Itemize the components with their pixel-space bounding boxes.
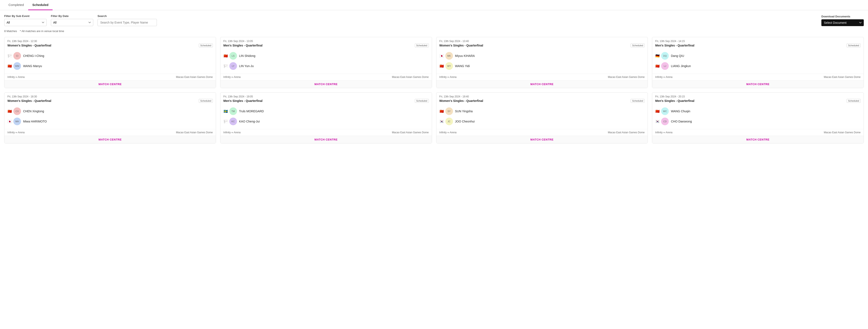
flag-icon: 🇨🇳 (7, 110, 12, 113)
player-row: 🇨🇳WCWANG Chuqin (655, 106, 861, 116)
venue-left: Infinity ∞ Arena (223, 131, 241, 134)
player-name: CHEN Xingtong (23, 110, 44, 113)
match-centre-button[interactable]: MATCH CENTRE (220, 80, 432, 88)
venue-right: Macao East Asian Games Dome (176, 76, 213, 79)
flag-icon: 🇸🇪 (223, 110, 228, 113)
card-title: Women's Singles - Quarterfinal (439, 99, 483, 103)
flag-icon: 🇨🇳 (7, 64, 12, 68)
venue-right: Macao East Asian Games Dome (824, 131, 861, 134)
card-venue: Infinity ∞ ArenaMacao East Asian Games D… (436, 74, 648, 80)
card-players: 🏳️CICHENG I-Ching🇨🇳WMWANG Manyu (4, 49, 216, 73)
player-row: 🇸🇪TMTruls MOREGARD (223, 106, 429, 116)
date-select[interactable]: All (51, 19, 93, 26)
status-badge: Scheduled (846, 99, 861, 103)
flag-icon: 🇰🇷 (439, 120, 444, 123)
avatar: DQ (661, 52, 669, 60)
card-title: Men's Singles - Quarterfinal (655, 44, 694, 47)
player-name: WANG Yidi (455, 64, 470, 68)
match-centre-button[interactable]: MATCH CENTRE (652, 80, 864, 88)
avatar: CX (13, 107, 21, 115)
player-row: 🏳️CICHENG I-Ching (7, 51, 213, 61)
sub-event-filter-group: Filter By Sub Event All (4, 15, 46, 26)
card-title-row: Women's Singles - QuarterfinalScheduled (439, 44, 645, 47)
status-badge: Scheduled (630, 99, 645, 103)
card-title-row: Women's Singles - QuarterfinalScheduled (7, 99, 213, 103)
card-players: 🇸🇪TMTruls MOREGARD🏳️KCKAO Cheng-Jui (220, 104, 432, 128)
flag-avatar: 🇰🇷CD (655, 117, 669, 125)
player-row: 🏳️LYLIN Yun-Ju (223, 61, 429, 71)
tab-completed[interactable]: Completed (4, 0, 28, 10)
card-header: Fri, 13th Sep 2024 - 19:40Women's Single… (436, 92, 648, 104)
sub-event-select[interactable]: All (4, 19, 46, 26)
card-players: 🇨🇳WCWANG Chuqin🇰🇷CDCHO Daeseong (652, 104, 864, 128)
filters-row: Filter By Sub Event All Filter By Date A… (0, 10, 868, 28)
flag-avatar: 🇸🇪TM (223, 107, 237, 115)
card-venue: Infinity ∞ ArenaMacao East Asian Games D… (652, 74, 864, 80)
match-centre-button[interactable]: MATCH CENTRE (4, 80, 216, 88)
card-header: Fri, 13th Sep 2024 - 20:15Men's Singles … (652, 92, 864, 104)
search-label: Search (97, 15, 157, 18)
card-datetime: Fri, 13th Sep 2024 - 20:15 (655, 95, 861, 98)
venue-right: Macao East Asian Games Dome (608, 131, 645, 134)
search-input[interactable] (97, 19, 157, 26)
download-select[interactable]: Select Document (822, 19, 864, 26)
avatar: CI (13, 52, 21, 60)
player-row: 🇯🇵MHMiwa HARIMOTO (7, 116, 213, 127)
flag-icon: 🇯🇵 (439, 54, 444, 57)
card-venue: Infinity ∞ ArenaMacao East Asian Games D… (4, 129, 216, 136)
avatar: KC (229, 117, 237, 125)
player-row: 🇨🇳WYWANG Yidi (439, 61, 645, 71)
flag-avatar: 🇨🇳WY (439, 62, 453, 70)
card-venue: Infinity ∞ ArenaMacao East Asian Games D… (436, 129, 648, 136)
match-card: Fri, 13th Sep 2024 - 14:15Men's Singles … (652, 37, 864, 88)
download-group: Download Documents Select Document (822, 15, 864, 26)
card-title: Men's Singles - Quarterfinal (223, 99, 262, 103)
status-badge: Scheduled (846, 44, 861, 47)
flag-avatar: 🇩🇪DQ (655, 52, 669, 60)
avatar: MH (13, 117, 21, 125)
flag-icon: 🇯🇵 (7, 120, 12, 123)
flag-icon: 🇩🇪 (655, 54, 660, 57)
venue-right: Macao East Asian Games Dome (608, 76, 645, 79)
card-title-row: Women's Singles - QuarterfinalScheduled (7, 44, 213, 47)
match-centre-button[interactable]: MATCH CENTRE (436, 136, 648, 143)
cards-grid: Fri, 13th Sep 2024 - 12:30Women's Single… (0, 35, 868, 148)
player-row: 🇨🇳CXCHEN Xingtong (7, 106, 213, 116)
match-card: Fri, 13th Sep 2024 - 19:05Men's Singles … (220, 92, 432, 143)
player-row: 🏳️KCKAO Cheng-Jui (223, 116, 429, 127)
match-card: Fri, 13th Sep 2024 - 20:15Men's Singles … (652, 92, 864, 143)
card-header: Fri, 13th Sep 2024 - 12:30Women's Single… (4, 37, 216, 49)
player-name: CHENG I-Ching (23, 54, 44, 57)
card-datetime: Fri, 13th Sep 2024 - 19:40 (439, 95, 645, 98)
match-centre-button[interactable]: MATCH CENTRE (4, 136, 216, 143)
venue-left: Infinity ∞ Arena (655, 131, 672, 134)
card-datetime: Fri, 13th Sep 2024 - 18:30 (7, 95, 213, 98)
match-centre-button[interactable]: MATCH CENTRE (220, 136, 432, 143)
match-centre-button[interactable]: MATCH CENTRE (436, 80, 648, 88)
card-datetime: Fri, 13th Sep 2024 - 13:05 (223, 40, 429, 43)
player-name: LIN Yun-Ju (239, 64, 254, 68)
flag-avatar: 🇨🇳SY (439, 107, 453, 115)
card-venue: Infinity ∞ ArenaMacao East Asian Games D… (652, 129, 864, 136)
flag-avatar: 🇯🇵MH (7, 117, 21, 125)
player-row: 🇨🇳WMWANG Manyu (7, 61, 213, 71)
tab-scheduled[interactable]: Scheduled (28, 0, 53, 10)
status-badge: Scheduled (630, 44, 645, 47)
card-title-row: Men's Singles - QuarterfinalScheduled (655, 99, 861, 103)
player-name: LIANG Jingkun (671, 64, 691, 68)
card-title-row: Women's Singles - QuarterfinalScheduled (439, 99, 645, 103)
card-header: Fri, 13th Sep 2024 - 18:30Women's Single… (4, 92, 216, 104)
match-centre-button[interactable]: MATCH CENTRE (652, 136, 864, 143)
player-row: 🇰🇷CDCHO Daeseong (655, 116, 861, 127)
matches-count: 8 Matches (4, 29, 17, 33)
card-players: 🇨🇳LSLIN Shidong🏳️LYLIN Yun-Ju (220, 49, 432, 73)
card-header: Fri, 13th Sep 2024 - 19:05Men's Singles … (220, 92, 432, 104)
card-title-row: Men's Singles - QuarterfinalScheduled (223, 44, 429, 47)
card-players: 🇨🇳SYSUN Yingsha🇰🇷JCJOO Cheonhui (436, 104, 648, 128)
player-name: WANG Chuqin (671, 110, 690, 113)
player-name: Miyuu KIHARA (455, 54, 475, 57)
card-title-row: Men's Singles - QuarterfinalScheduled (223, 99, 429, 103)
card-venue: Infinity ∞ ArenaMacao East Asian Games D… (220, 74, 432, 80)
flag-avatar: 🇨🇳WM (7, 62, 21, 70)
flag-avatar: 🏳️KC (223, 117, 237, 125)
